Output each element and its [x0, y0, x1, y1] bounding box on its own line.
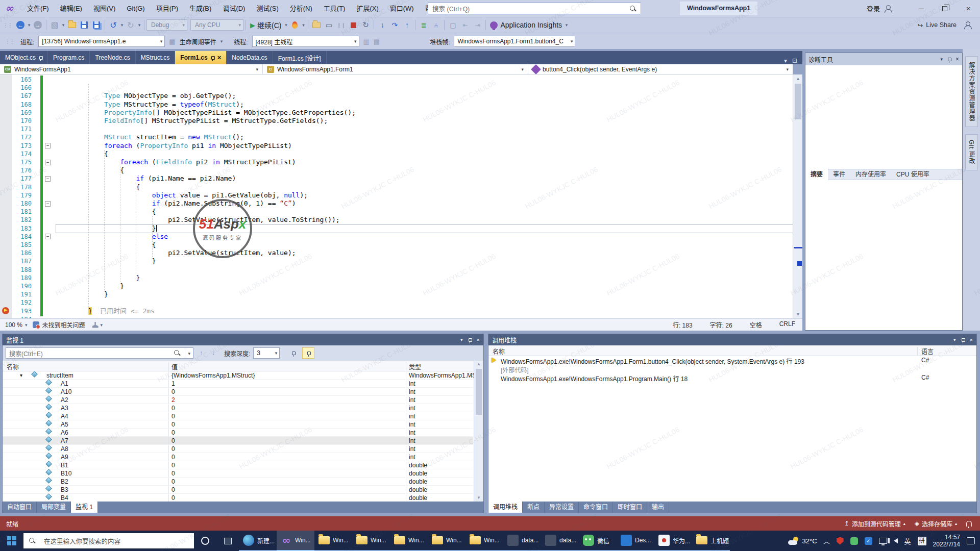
thread-combo[interactable]: [4928] 主线程▾	[252, 36, 359, 47]
flag-thread-icon[interactable]: ▥	[363, 38, 370, 45]
show-diagnostics-button[interactable]: ⑃	[430, 19, 442, 31]
line-margin[interactable]	[0, 208, 12, 216]
code-line-178[interactable]: 178 {	[0, 183, 793, 191]
watch-title-bar[interactable]: 监视 1 ▾ ×	[3, 334, 483, 345]
scroll-down-icon[interactable]: ▼	[474, 494, 483, 502]
side-tab-1[interactable]: Git 更改	[965, 134, 978, 170]
step-over-button[interactable]: ↷	[388, 19, 401, 31]
cs-col-name[interactable]: 名称	[493, 347, 505, 356]
code-line-165[interactable]: 165	[0, 76, 793, 84]
menu-item-5[interactable]: 生成(B)	[184, 0, 217, 17]
taskbar-app-1[interactable]: ∞Win...	[277, 531, 314, 551]
stop-button[interactable]	[347, 19, 359, 31]
hidden-icons-chevron-icon[interactable]: ︿	[824, 537, 830, 545]
active-files-dropdown-icon[interactable]: ▾	[784, 57, 787, 64]
watch-scrollbar[interactable]: ▲ ▼	[474, 361, 483, 502]
pause-button[interactable]: ❙❙	[335, 19, 347, 31]
indent-mode-indicator[interactable]: 空格	[750, 320, 762, 329]
watch-search-box[interactable]: 搜索(Ctrl+E) ▾	[6, 347, 193, 359]
scrollbar-thumb[interactable]	[476, 369, 482, 415]
doc-tab-form1-cs-[interactable]: Form1.cs [设计]	[273, 51, 327, 64]
menu-item-10[interactable]: 扩展(X)	[351, 0, 384, 17]
expander-icon[interactable]: ▾	[20, 372, 22, 378]
search-depth-combo[interactable]: 3▾	[253, 347, 280, 359]
pin-icon[interactable]	[947, 58, 951, 61]
taskbar-clock[interactable]: 14:57 2022/7/14	[933, 534, 960, 548]
code-line-166[interactable]: 166	[0, 84, 793, 92]
close-button[interactable]: ×	[957, 0, 980, 17]
pin-icon[interactable]	[39, 56, 42, 60]
close-icon[interactable]: ×	[970, 337, 973, 343]
weather-widget[interactable]: 32°C	[788, 537, 817, 545]
code-line-170[interactable]: 170 FieldInfo[] MStructTypePiList = MStr…	[0, 117, 793, 125]
watch-row-A4[interactable]: A40int	[3, 412, 473, 420]
debug-tab-3[interactable]: 命令窗口	[579, 502, 613, 513]
bookmark-button[interactable]: ▢	[447, 19, 459, 31]
prev-bookmark-button[interactable]: ⇤	[459, 19, 471, 31]
network-icon[interactable]	[879, 538, 887, 544]
watch-row-A1[interactable]: A11int	[3, 380, 473, 388]
diagnostic-tab-2[interactable]: 内存使用率	[850, 169, 891, 180]
taskbar-app-11[interactable]: 华为...	[654, 531, 692, 551]
line-margin[interactable]	[0, 92, 12, 100]
pin-icon[interactable]	[961, 338, 965, 342]
line-margin[interactable]	[0, 266, 12, 274]
taskbar-app-5[interactable]: Win...	[428, 531, 465, 551]
code-line-172[interactable]: 172 MStruct structItem = new MStruct();	[0, 133, 793, 141]
open-file-button[interactable]	[66, 19, 78, 31]
taskbar-app-6[interactable]: Win...	[465, 531, 503, 551]
line-margin[interactable]	[0, 249, 12, 257]
preview-window-button[interactable]: ▭	[323, 19, 335, 31]
doc-tab-mobject-cs[interactable]: MObject.cs	[0, 51, 48, 64]
ime-pinyin-indicator[interactable]: 拼	[918, 537, 926, 545]
call-stack-row-1[interactable]: [外部代码]	[488, 365, 976, 373]
application-insights-dropdown-icon[interactable]: ▾	[564, 22, 569, 28]
code-line-168[interactable]: 168 Type MStructType = typeof(MStruct);	[0, 101, 793, 109]
code-line-175[interactable]: 175 foreach (FieldInfo pi2 in MStructTyp…	[0, 158, 793, 166]
line-ending-indicator[interactable]: CRLF	[779, 320, 795, 329]
line-margin[interactable]	[0, 142, 12, 150]
doc-tab-mstruct-cs[interactable]: MStruct.cs	[136, 51, 176, 64]
call-stack-row-0[interactable]: WindowsFormsApp1.exe!WindowsFormsApp1.Fo…	[488, 356, 976, 365]
new-project-button-dropdown-icon[interactable]: ▾	[61, 22, 66, 28]
line-margin[interactable]	[0, 191, 12, 199]
code-line-191[interactable]: 191 }	[0, 290, 793, 298]
code-line-185[interactable]: 185 {	[0, 241, 793, 249]
line-margin[interactable]	[0, 125, 12, 133]
fold-collapse-icon[interactable]: −	[45, 176, 51, 182]
code-line-167[interactable]: 167 Type MObjectType = obj.GetType();	[0, 92, 793, 100]
line-margin[interactable]	[0, 166, 12, 174]
wechat-tray-icon[interactable]	[850, 537, 858, 545]
line-margin[interactable]	[0, 282, 12, 290]
chevron-down-icon[interactable]: ▾	[185, 348, 193, 358]
code-line-182[interactable]: 182 pi2.SetValue(structItem, value.ToStr…	[0, 216, 793, 224]
line-margin[interactable]	[0, 199, 12, 208]
taskbar-app-10[interactable]: Des...	[617, 531, 654, 551]
line-margin[interactable]	[0, 290, 12, 298]
taskbar-app-12[interactable]: 上机题	[692, 531, 730, 551]
zoom-dropdown-icon[interactable]: ▾	[25, 322, 28, 328]
doc-tab-program-cs[interactable]: Program.cs	[48, 51, 90, 64]
watch-row-B1[interactable]: B10double	[3, 461, 473, 469]
doc-tab-nodedata-cs[interactable]: NodeData.cs	[227, 51, 273, 64]
code-health-text[interactable]: 未找到相关问题	[42, 320, 85, 329]
feedback-icon[interactable]	[964, 21, 972, 29]
line-margin[interactable]	[0, 84, 12, 92]
code-line-183[interactable]: 183 }	[0, 224, 793, 233]
taskbar-app-4[interactable]: Win...	[390, 531, 428, 551]
taskbar-app-3[interactable]: Win...	[352, 531, 390, 551]
chevron-down-icon[interactable]: ▾	[953, 337, 956, 342]
menu-item-2[interactable]: 视图(V)	[88, 0, 121, 17]
diagnostic-tab-3[interactable]: CPU 使用率	[891, 169, 935, 180]
taskbar-search-box[interactable]: 在这里输入你要搜索的内容	[23, 533, 194, 548]
menu-item-6[interactable]: 调试(D)	[217, 0, 251, 17]
code-editor[interactable]: 165166167 Type MObjectType = obj.GetType…	[0, 74, 793, 318]
code-line-193[interactable]: 193 } 已用时间 <= 2ms	[0, 307, 793, 315]
watch-tab-2[interactable]: 监视 1	[71, 502, 98, 513]
new-project-button[interactable]: ▧	[48, 19, 61, 31]
menu-item-11[interactable]: 窗口(W)	[384, 0, 420, 17]
undo-button[interactable]: ↺	[107, 19, 119, 31]
code-line-176[interactable]: 176 {	[0, 166, 793, 174]
line-margin[interactable]	[0, 109, 12, 117]
watch-row-A6[interactable]: A60int	[3, 429, 473, 437]
